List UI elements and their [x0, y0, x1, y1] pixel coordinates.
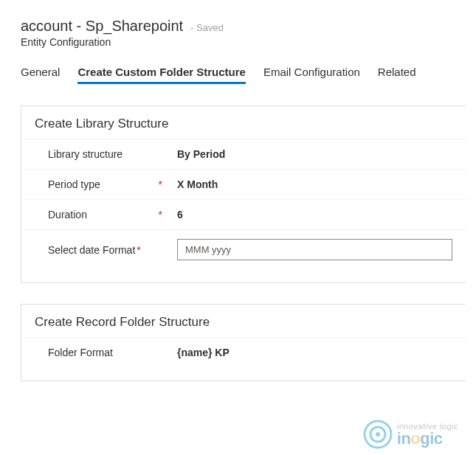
- required-indicator: *: [159, 178, 162, 190]
- date-format-label: Select date Format *: [48, 244, 177, 256]
- library-structure-title: Create Library Structure: [21, 117, 466, 139]
- label-text: Duration: [48, 209, 87, 220]
- folder-format-row: Folder Format {name} KP: [21, 337, 466, 367]
- duration-label: Duration *: [48, 209, 177, 220]
- header: account - Sp_Sharepoint - Saved Entity C…: [0, 0, 476, 51]
- tab-email-configuration[interactable]: Email Configuration: [263, 66, 360, 84]
- period-type-label: Period type *: [48, 178, 177, 190]
- wm-o: o: [410, 429, 420, 448]
- folder-format-value[interactable]: {name} KP: [177, 347, 452, 358]
- tab-general[interactable]: General: [21, 66, 60, 84]
- entity-subtitle: Entity Configuration: [21, 36, 455, 48]
- label-text: Folder Format: [48, 347, 113, 358]
- period-type-value[interactable]: X Month: [177, 178, 452, 190]
- label-text: Select date Format: [48, 244, 135, 256]
- library-structure-row: Library structure By Period: [21, 139, 466, 169]
- library-structure-section: Create Library Structure Library structu…: [21, 105, 466, 283]
- label-text: Library structure: [48, 148, 123, 160]
- watermark-brand: inogic: [397, 431, 458, 447]
- page-title: account - Sp_Sharepoint: [21, 18, 183, 35]
- tabs: General Create Custom Folder Structure E…: [0, 51, 476, 85]
- library-structure-label: Library structure: [48, 148, 177, 160]
- required-indicator: *: [159, 209, 162, 220]
- tab-create-custom-folder[interactable]: Create Custom Folder Structure: [77, 66, 246, 84]
- date-format-row: Select date Format *: [21, 229, 466, 269]
- folder-format-label: Folder Format: [48, 347, 177, 358]
- save-status: - Saved: [190, 22, 224, 33]
- duration-value[interactable]: 6: [177, 209, 452, 220]
- watermark-logo: innovative logic inogic: [362, 418, 458, 451]
- period-type-row: Period type * X Month: [21, 169, 466, 199]
- record-folder-title: Create Record Folder Structure: [21, 315, 466, 337]
- wm-post: gic: [420, 429, 442, 448]
- target-icon: [362, 418, 394, 451]
- title-row: account - Sp_Sharepoint - Saved: [21, 18, 455, 35]
- svg-point-2: [376, 432, 380, 437]
- duration-row: Duration * 6: [21, 199, 466, 229]
- label-text: Period type: [48, 178, 100, 190]
- record-folder-section: Create Record Folder Structure Folder Fo…: [21, 304, 466, 381]
- tab-related[interactable]: Related: [378, 66, 416, 84]
- wm-pre: in: [397, 429, 411, 448]
- date-format-input[interactable]: [177, 239, 452, 260]
- required-indicator: *: [137, 244, 140, 256]
- watermark-text: innovative logic inogic: [397, 423, 458, 447]
- library-structure-value[interactable]: By Period: [177, 148, 452, 160]
